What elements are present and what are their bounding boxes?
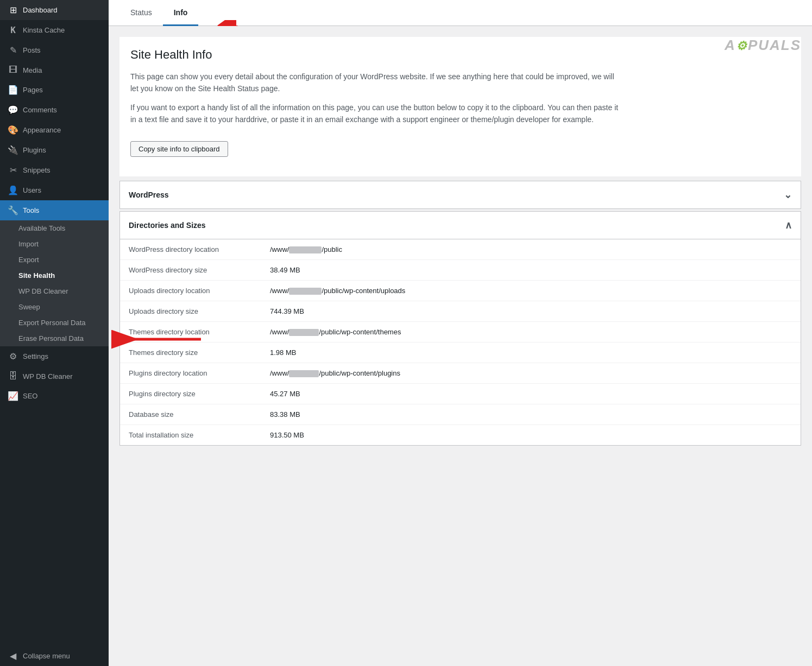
seo-icon: 📈: [8, 391, 18, 401]
row-value: 38.49 MB: [261, 259, 801, 280]
directories-section-title: Directories and Sizes: [129, 221, 206, 230]
sidebar-item-wpdbcleaner[interactable]: 🗄 WP DB Cleaner: [0, 366, 109, 386]
sidebar-subitem-export-personal-data[interactable]: Export Personal Data: [0, 315, 109, 331]
sidebar-item-settings[interactable]: ⚙ Settings: [0, 346, 109, 366]
row-value: /www/ /public/wp-content/themes: [261, 321, 801, 342]
collapse-icon: ◀: [8, 651, 18, 661]
row-label: WordPress directory size: [120, 259, 261, 280]
wordpress-section-title: WordPress: [129, 191, 169, 199]
sidebar-label-appearance: Appearance: [23, 126, 61, 134]
sidebar-item-dashboard[interactable]: ⊞ Dashboard: [0, 0, 109, 20]
row-label: Total installation size: [120, 424, 261, 445]
sidebar-item-snippets[interactable]: ✂ Snippets: [0, 160, 109, 180]
sidebar-item-collapse[interactable]: ◀ Collapse menu: [0, 646, 109, 666]
sidebar-item-media[interactable]: 🎞 Media: [0, 60, 109, 80]
sidebar-label-snippets: Snippets: [23, 166, 51, 174]
page-desc1: This page can show you every detail abou…: [130, 71, 619, 95]
appearance-icon: 🎨: [8, 125, 18, 135]
directories-accordion-body: WordPress directory location /www/ /publ…: [120, 239, 801, 445]
sidebar-item-kinsta[interactable]: K Kinsta Cache: [0, 20, 109, 40]
tab-info[interactable]: Info: [163, 1, 199, 26]
sidebar-subitem-available-tools[interactable]: Available Tools: [0, 220, 109, 236]
tab-status[interactable]: Status: [119, 1, 163, 26]
row-value: /www/ /public: [261, 239, 801, 260]
page-desc2: If you want to export a handy list of al…: [130, 102, 619, 126]
sidebar-subitem-site-health[interactable]: Site Health: [0, 268, 109, 283]
table-row: Total installation size 913.50 MB: [120, 424, 801, 445]
directories-table: WordPress directory location /www/ /publ…: [120, 239, 801, 445]
sidebar-item-comments[interactable]: 💬 Comments: [0, 100, 109, 120]
row-label: Plugins directory size: [120, 383, 261, 404]
sidebar-item-pages[interactable]: 📄 Pages: [0, 80, 109, 100]
media-icon: 🎞: [8, 65, 18, 75]
sidebar-label-kinsta: Kinsta Cache: [23, 26, 65, 34]
directories-accordion-header[interactable]: Directories and Sizes ∧: [120, 212, 801, 239]
sidebar-label-pages: Pages: [23, 86, 43, 94]
sidebar-item-users[interactable]: 👤 Users: [0, 180, 109, 200]
sidebar-subitem-wp-db-cleaner[interactable]: WP DB Cleaner: [0, 283, 109, 299]
sidebar-label-comments: Comments: [23, 106, 57, 114]
sidebar-label-wpdbcleaner: WP DB Cleaner: [23, 372, 73, 380]
row-label: Uploads directory location: [120, 280, 261, 301]
row-value: 1.98 MB: [261, 342, 801, 363]
sidebar-item-plugins[interactable]: 🔌 Plugins: [0, 140, 109, 160]
blurred-value: [289, 370, 319, 377]
table-row: Themes directory location /www/ /public/…: [120, 321, 801, 342]
sidebar-subitem-import[interactable]: Import: [0, 236, 109, 252]
comments-icon: 💬: [8, 105, 18, 115]
sidebar-label-media: Media: [23, 66, 42, 74]
sidebar-label-dashboard: Dashboard: [23, 6, 58, 14]
wpdbcleaner-icon: 🗄: [8, 371, 18, 381]
tools-icon: 🔧: [8, 205, 18, 215]
dashboard-icon: ⊞: [8, 5, 18, 15]
row-value: 83.38 MB: [261, 404, 801, 424]
users-icon: 👤: [8, 185, 18, 195]
table-row: WordPress directory size 38.49 MB: [120, 259, 801, 280]
row-value: /www/ /public/wp-content/uploads: [261, 280, 801, 301]
sidebar-subitem-export[interactable]: Export: [0, 252, 109, 268]
plugins-icon: 🔌: [8, 145, 18, 155]
table-row: Database size 83.38 MB: [120, 404, 801, 424]
sidebar-item-posts[interactable]: ✎ Posts: [0, 40, 109, 60]
sidebar-label-settings: Settings: [23, 352, 48, 360]
wordpress-chevron-down: ⌄: [784, 189, 792, 201]
row-label: Uploads directory size: [120, 301, 261, 321]
blurred-value: [289, 329, 319, 336]
settings-icon: ⚙: [8, 351, 18, 361]
row-label: Themes directory size: [120, 342, 261, 363]
appuals-logo: A⚙PUALS: [725, 37, 801, 54]
sidebar-item-seo[interactable]: 📈 SEO: [0, 386, 109, 406]
row-value: /www/ /public/wp-content/plugins: [261, 363, 801, 383]
wordpress-accordion-header[interactable]: WordPress ⌄: [120, 181, 801, 208]
tabs-bar: Status Info: [109, 0, 812, 26]
row-label: WordPress directory location: [120, 239, 261, 260]
sidebar-label-tools: Tools: [23, 206, 39, 214]
page-title: Site Health Info: [130, 48, 790, 62]
tools-submenu: Available Tools Import Export Site Healt…: [0, 220, 109, 346]
table-row: Plugins directory size 45.27 MB: [120, 383, 801, 404]
sidebar-subitem-erase-personal-data[interactable]: Erase Personal Data: [0, 331, 109, 346]
row-value: 45.27 MB: [261, 383, 801, 404]
sidebar-label-posts: Posts: [23, 46, 41, 54]
sidebar-label-seo: SEO: [23, 392, 37, 400]
sidebar-item-tools[interactable]: 🔧 Tools: [0, 200, 109, 220]
table-row: Plugins directory location /www/ /public…: [120, 363, 801, 383]
row-label: Themes directory location: [120, 321, 261, 342]
table-row: Themes directory size 1.98 MB: [120, 342, 801, 363]
blurred-value: [289, 288, 322, 295]
sidebar-item-appearance[interactable]: 🎨 Appearance: [0, 120, 109, 140]
posts-icon: ✎: [8, 45, 18, 55]
kinsta-icon: K: [8, 25, 18, 35]
table-row: Uploads directory location /www/ /public…: [120, 280, 801, 301]
sidebar-label-users: Users: [23, 186, 41, 194]
sidebar-subitem-sweep[interactable]: Sweep: [0, 299, 109, 315]
row-label: Plugins directory location: [120, 363, 261, 383]
copy-site-info-button[interactable]: Copy site info to clipboard: [130, 141, 228, 157]
table-row: WordPress directory location /www/ /publ…: [120, 239, 801, 260]
pages-icon: 📄: [8, 85, 18, 95]
directories-chevron-up: ∧: [785, 219, 792, 231]
snippets-icon: ✂: [8, 165, 18, 175]
row-value: 744.39 MB: [261, 301, 801, 321]
blurred-value: [289, 246, 322, 253]
sidebar-label-plugins: Plugins: [23, 146, 46, 154]
